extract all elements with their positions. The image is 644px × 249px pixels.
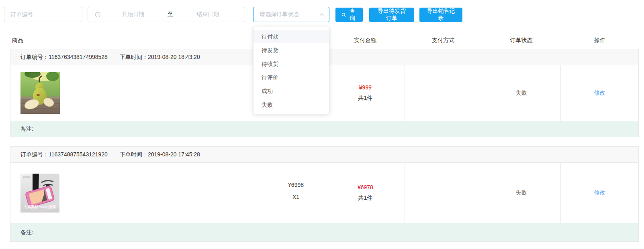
date-range-picker[interactable]: 开始日期 至 结束日期 [88,7,245,22]
status-option-failed[interactable]: 失败 [254,98,329,111]
payment-method-cell [405,163,482,223]
product-cell: CASIO 专属美妆 9000°微调 ¥6998 X1 [10,163,326,223]
product-caption-text: 专属美妆 9000°微调 [23,204,56,209]
status-option-pending-receipt[interactable]: 待收货 [254,57,329,71]
paid-amount-cell: ¥999 共1件 [326,65,405,121]
product-image-pear [20,72,60,114]
order-time: 下单时间：2019-08-20 17:45:28 [120,151,200,158]
action-cell: 修改 [560,65,638,121]
chevron-up-icon [319,12,324,17]
header-action: 操作 [561,37,639,44]
modify-link[interactable]: 修改 [594,189,605,196]
order-note-row: 备注: [10,223,638,241]
paid-amount: ¥6978 [358,184,373,190]
status-option-pending-payment[interactable]: 待付款 [254,30,329,43]
order-block: 订单编号：1163748875543121920 下单时间：2019-08-20… [10,146,639,242]
order-status: 失败 [515,89,527,97]
order-status-select-placeholder: 请选择订单状态 [260,11,319,18]
note-label: 备注: [20,126,33,133]
product-brand-text: CASIO [23,176,31,178]
header-payment-method: 支付方式 [405,37,482,44]
paid-amount: ¥999 [359,84,372,91]
paid-amount-cell: ¥6978 共1件 [326,163,405,223]
product-image-camera: CASIO 专属美妆 9000°微调 [20,174,59,213]
export-sales-records-button[interactable]: 导出销售记录 [419,8,462,22]
status-option-pending-review[interactable]: 待评价 [254,71,329,84]
header-order-status: 订单状态 [482,37,561,44]
status-option-pending-shipment[interactable]: 待发货 [254,43,329,57]
order-number-input[interactable] [4,7,82,22]
order-number: 订单编号：1163748875543121920 [20,151,108,158]
order-time: 下单时间：2019-08-20 18:43:20 [120,54,200,61]
status-option-success[interactable]: 成功 [254,84,329,98]
paid-count: 共1件 [358,95,372,102]
date-separator: 至 [165,11,176,18]
unit-price: ¥6998 [288,179,304,191]
payment-method-cell [405,65,482,121]
search-icon [341,12,346,18]
start-date-field[interactable]: 开始日期 [101,11,165,18]
export-pending-orders-label: 导出待发货订单 [375,8,408,22]
action-cell: 修改 [560,163,638,223]
order-note-row: 备注: [10,121,638,137]
header-paid-amount: 实付金额 [326,37,405,44]
order-management-page: 开始日期 至 结束日期 请选择订单状态 查询 导出待发货订单 导出销售记录 商品 [0,0,644,249]
unit-price-block: ¥6998 X1 [288,179,304,203]
paid-count: 共1件 [358,194,372,202]
end-date-field[interactable]: 结束日期 [176,11,240,18]
search-button-label: 查询 [348,8,357,22]
note-label: 备注: [20,229,33,236]
search-button[interactable]: 查询 [335,8,363,22]
export-pending-orders-button[interactable]: 导出待发货订单 [369,8,414,22]
order-status: 失败 [515,189,527,196]
order-status-cell: 失败 [482,163,561,223]
clock-icon [95,12,101,18]
order-row: CASIO 专属美妆 9000°微调 ¥6998 X1 [10,163,638,223]
unit-qty: X1 [288,191,304,203]
order-status-dropdown-panel: 待付款 待发货 待收货 待评价 成功 失败 [253,27,329,114]
order-status-select[interactable]: 请选择订单状态 [253,7,329,22]
order-number: 订单编号：1163763438174998528 [20,54,108,61]
order-status-cell: 失败 [482,65,561,121]
order-header: 订单编号：1163748875543121920 下单时间：2019-08-20… [10,147,638,163]
export-sales-records-label: 导出销售记录 [425,8,456,22]
modify-link[interactable]: 修改 [594,89,605,97]
